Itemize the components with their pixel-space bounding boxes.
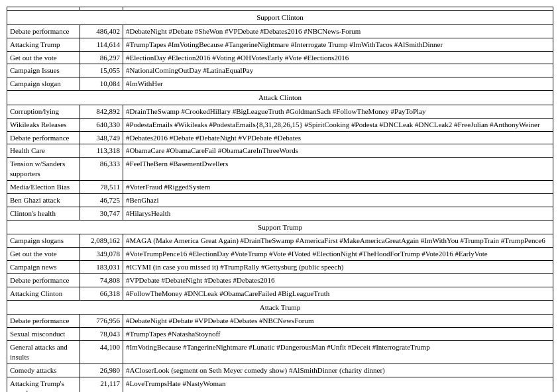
table-row: Campaign news183,031#ICYMI (in case you … bbox=[7, 261, 553, 274]
row-freq: 66,318 bbox=[80, 287, 123, 300]
row-hashtags: #ImVotingBecause #TangerineNightmare #Lu… bbox=[123, 341, 553, 364]
row-category: Clinton's health bbox=[7, 207, 80, 220]
row-category: Tension w/Sanders supporters bbox=[7, 158, 80, 181]
row-category: Corruption/lying bbox=[7, 105, 80, 118]
row-freq: 21,117 bbox=[80, 377, 123, 392]
row-hashtags: #ImWithHer bbox=[123, 77, 553, 91]
row-hashtags: #VoterFraud #RiggedSystem bbox=[123, 180, 553, 193]
row-category: Comedy attacks bbox=[7, 364, 80, 377]
row-freq: 78,043 bbox=[80, 328, 123, 341]
row-category: Campaign news bbox=[7, 261, 80, 274]
table-row: Get out the vote86,297#ElectionDay #Elec… bbox=[7, 51, 553, 64]
row-category: Get out the vote bbox=[7, 51, 80, 64]
row-hashtags: #DebateNight #Debate #SheWon #VPDebate #… bbox=[123, 24, 553, 38]
row-hashtags: #TrumpTapes #NatashaStoynoff bbox=[123, 328, 553, 341]
row-freq: 486,402 bbox=[80, 24, 123, 38]
row-category: Debate performance bbox=[7, 131, 80, 144]
row-freq: 26,980 bbox=[80, 364, 123, 377]
row-hashtags: #FollowTheMoney #DNCLeak #ObamaCareFaile… bbox=[123, 287, 553, 300]
section-header: Attack Trump bbox=[7, 300, 553, 315]
row-hashtags: #TrumpTapes #ImVotingBecause #TangerineN… bbox=[123, 38, 553, 51]
row-freq: 78,511 bbox=[80, 180, 123, 193]
row-hashtags: #VoteTrumpPence16 #ElectionDay #VoteTrum… bbox=[123, 248, 553, 261]
row-freq: 44,100 bbox=[80, 341, 123, 364]
row-category: Get out the vote bbox=[7, 248, 80, 261]
row-freq: 10,084 bbox=[80, 77, 123, 91]
row-hashtags: #VPDebate #DebateNight #Debates #Debates… bbox=[123, 273, 553, 287]
table-row: Campaign slogans2,089,162#MAGA (Make Ame… bbox=[7, 234, 553, 248]
row-category: Wikileaks Releases bbox=[7, 118, 80, 131]
row-hashtags: #LoveTrumpsHate #NastyWoman bbox=[123, 377, 553, 392]
row-category: Health Care bbox=[7, 144, 80, 158]
row-hashtags: #MAGA (Make America Great Again) #DrainT… bbox=[123, 234, 553, 248]
row-category: Sexual misconduct bbox=[7, 328, 80, 341]
row-hashtags: #ObamaCare #ObamaCareFail #ObamaCareInTh… bbox=[123, 144, 553, 158]
row-category: Campaign slogans bbox=[7, 234, 80, 248]
section-header: Attack Clinton bbox=[7, 91, 553, 105]
row-hashtags: #ACloserLook (segment on Seth Meyer come… bbox=[123, 364, 553, 377]
row-freq: 640,330 bbox=[80, 118, 123, 131]
table-row: Tension w/Sanders supporters86,333#FeelT… bbox=[7, 158, 553, 181]
table-row: Clinton's health30,747#HilarysHealth bbox=[7, 207, 553, 220]
row-category: Ben Ghazi attack bbox=[7, 193, 80, 207]
row-freq: 114,614 bbox=[80, 38, 123, 51]
table-row: General attacks and insults44,100#ImVoti… bbox=[7, 341, 553, 364]
row-freq: 46,725 bbox=[80, 193, 123, 207]
row-hashtags: #NationalComingOutDay #LatinaEqualPay bbox=[123, 64, 553, 77]
row-freq: 86,333 bbox=[80, 158, 123, 181]
row-freq: 349,078 bbox=[80, 248, 123, 261]
table-row: Attacking Clinton66,318#FollowTheMoney #… bbox=[7, 287, 553, 300]
section-header: Support Trump bbox=[7, 220, 553, 234]
row-hashtags: #FeelTheBern #BasementDwellers bbox=[123, 158, 553, 181]
row-freq: 113,318 bbox=[80, 144, 123, 158]
table-row: Debate performance74,808#VPDebate #Debat… bbox=[7, 273, 553, 287]
table-row: Sexual misconduct78,043#TrumpTapes #Nata… bbox=[7, 328, 553, 341]
row-hashtags: #DebateNight #Debate #VPDebate #Debates … bbox=[123, 315, 553, 328]
table-row: Media/Election Bias78,511#VoterFraud #Ri… bbox=[7, 180, 553, 193]
row-category: Debate performance bbox=[7, 273, 80, 287]
table-row: Campaign slogan10,084#ImWithHer bbox=[7, 77, 553, 91]
table-row: Campaign Issues15,055#NationalComingOutD… bbox=[7, 64, 553, 77]
row-freq: 776,956 bbox=[80, 315, 123, 328]
row-hashtags: #PodestaEmails #Wikileaks #PodestaEmails… bbox=[123, 118, 553, 131]
row-hashtags: #ElectionDay #Election2016 #Voting #OHVo… bbox=[123, 51, 553, 64]
table-row: Get out the vote349,078#VoteTrumpPence16… bbox=[7, 248, 553, 261]
main-table: Support ClintonDebate performance486,402… bbox=[7, 7, 553, 392]
table-row: Attacking Trump's speech21,117#LoveTrump… bbox=[7, 377, 553, 392]
table-row: Debate performance486,402#DebateNight #D… bbox=[7, 24, 553, 38]
row-freq: 183,031 bbox=[80, 261, 123, 274]
row-freq: 74,808 bbox=[80, 273, 123, 287]
row-category: General attacks and insults bbox=[7, 341, 80, 364]
row-category: Attacking Trump bbox=[7, 38, 80, 51]
row-category: Campaign slogan bbox=[7, 77, 80, 91]
row-category: Attacking Trump's speech bbox=[7, 377, 80, 392]
row-freq: 30,747 bbox=[80, 207, 123, 220]
row-category: Debate performance bbox=[7, 315, 80, 328]
table-row: Comedy attacks26,980#ACloserLook (segmen… bbox=[7, 364, 553, 377]
table-row: Health Care113,318#ObamaCare #ObamaCareF… bbox=[7, 144, 553, 158]
row-category: Campaign Issues bbox=[7, 64, 80, 77]
row-category: Debate performance bbox=[7, 24, 80, 38]
row-hashtags: #BenGhazi bbox=[123, 193, 553, 207]
row-freq: 86,297 bbox=[80, 51, 123, 64]
row-hashtags: #ICYMI (in case you missed it) #TrumpRal… bbox=[123, 261, 553, 274]
table-row: Attacking Trump114,614#TrumpTapes #ImVot… bbox=[7, 38, 553, 51]
table-row: Ben Ghazi attack46,725#BenGhazi bbox=[7, 193, 553, 207]
row-freq: 842,892 bbox=[80, 105, 123, 118]
row-freq: 15,055 bbox=[80, 64, 123, 77]
row-hashtags: #HilarysHealth bbox=[123, 207, 553, 220]
table-row: Debate performance776,956#DebateNight #D… bbox=[7, 315, 553, 328]
row-freq: 348,749 bbox=[80, 131, 123, 144]
row-hashtags: #DrainTheSwamp #CrookedHillary #BigLeagu… bbox=[123, 105, 553, 118]
table-row: Wikileaks Releases640,330#PodestaEmails … bbox=[7, 118, 553, 131]
row-freq: 2,089,162 bbox=[80, 234, 123, 248]
row-hashtags: #Debates2016 #Debate #DebateNight #VPDeb… bbox=[123, 131, 553, 144]
section-header: Support Clinton bbox=[7, 11, 553, 25]
table-row: Corruption/lying842,892#DrainTheSwamp #C… bbox=[7, 105, 553, 118]
row-category: Media/Election Bias bbox=[7, 180, 80, 193]
table-row: Debate performance348,749#Debates2016 #D… bbox=[7, 131, 553, 144]
row-category: Attacking Clinton bbox=[7, 287, 80, 300]
